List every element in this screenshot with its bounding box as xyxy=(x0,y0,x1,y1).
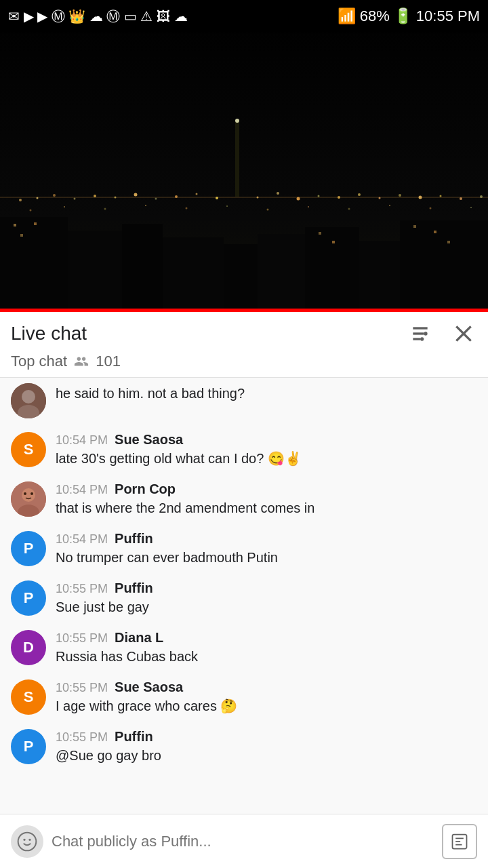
svg-point-22 xyxy=(419,196,422,199)
wifi-icon: 📶 xyxy=(338,7,356,25)
message-time: 10:54 PM xyxy=(56,433,108,448)
message-text: late 30's getting old what can I do? 😋✌ xyxy=(56,449,477,468)
svg-point-68 xyxy=(22,488,35,502)
svg-rect-49 xyxy=(14,224,16,226)
svg-point-27 xyxy=(64,206,65,208)
avatar: P xyxy=(11,580,46,616)
chat-input[interactable] xyxy=(52,833,434,850)
svg-point-34 xyxy=(348,208,350,210)
clock: 10:55 PM xyxy=(416,7,480,25)
svg-point-35 xyxy=(389,205,390,206)
svg-rect-56 xyxy=(447,241,450,243)
partial-message-text: he said to him. not a bad thing? xyxy=(56,383,245,401)
input-area xyxy=(0,814,488,868)
message-content: 10:55 PM Puffin @Sue go gay bro xyxy=(56,729,477,765)
message-author: Diana L xyxy=(115,630,163,646)
svg-point-61 xyxy=(420,337,424,340)
viewers-icon xyxy=(74,354,89,369)
list-item: 10:54 PM Porn Cop that is where the 2nd … xyxy=(0,475,488,524)
list-item: S 10:54 PM Sue Saosa late 30's getting o… xyxy=(0,425,488,475)
svg-rect-45 xyxy=(258,234,305,312)
message-content: 10:55 PM Diana L Russia has Cubas back xyxy=(56,630,477,666)
svg-rect-50 xyxy=(20,234,23,237)
top-chat-label: Top chat xyxy=(11,353,67,370)
message-text: Russia has Cubas back xyxy=(56,647,477,666)
svg-rect-51 xyxy=(34,222,37,225)
svg-rect-44 xyxy=(224,244,258,312)
list-item: P 10:54 PM Puffin No trumper can ever ba… xyxy=(0,524,488,574)
svg-point-26 xyxy=(30,210,32,212)
avatar: S xyxy=(11,432,46,467)
svg-rect-53 xyxy=(332,241,335,243)
avatar: D xyxy=(11,630,46,665)
avatar: P xyxy=(11,729,46,764)
close-button[interactable] xyxy=(450,320,477,347)
svg-point-24 xyxy=(460,197,462,200)
viewer-count: 101 xyxy=(96,353,121,370)
svg-point-30 xyxy=(186,208,188,210)
message-text: Sue just be gay xyxy=(56,597,477,616)
svg-point-6 xyxy=(94,195,96,197)
avatar-face-svg xyxy=(11,481,46,517)
svg-point-60 xyxy=(424,332,427,335)
svg-point-71 xyxy=(30,492,33,495)
svg-rect-38 xyxy=(235,122,239,197)
avatar-img xyxy=(11,383,46,418)
battery-icon: 🔋 xyxy=(394,7,412,25)
status-bar: ✉ ▶ ▶ Ⓜ 👑 ☁ Ⓜ ▭ ⚠ 🖼 ☁ 📶 68% 🔋 10:55 PM xyxy=(0,0,488,33)
emoji-button[interactable] xyxy=(11,825,43,858)
message-text: @Sue go gay bro xyxy=(56,746,477,765)
svg-point-37 xyxy=(470,207,472,208)
svg-point-14 xyxy=(257,197,259,199)
list-item: P 10:55 PM Puffin Sue just be gay xyxy=(0,574,488,623)
svg-point-33 xyxy=(308,206,309,208)
chat-header: Live chat xyxy=(0,312,488,378)
svg-rect-47 xyxy=(359,241,400,312)
list-item: D 10:55 PM Diana L Russia has Cubas back xyxy=(0,623,488,673)
video-frame xyxy=(0,0,488,312)
svg-point-15 xyxy=(277,192,279,195)
avatar xyxy=(11,481,46,517)
message-time: 10:55 PM xyxy=(56,681,108,695)
message-content: 10:54 PM Porn Cop that is where the 2nd … xyxy=(56,481,477,517)
avatar: P xyxy=(11,531,46,566)
svg-point-2 xyxy=(19,199,22,201)
svg-point-10 xyxy=(175,195,178,198)
send-button[interactable] xyxy=(442,824,477,859)
message-time: 10:54 PM xyxy=(56,532,108,547)
svg-rect-43 xyxy=(163,237,224,312)
svg-rect-48 xyxy=(400,220,488,312)
filter-icon xyxy=(409,323,431,344)
svg-rect-1 xyxy=(0,197,488,198)
message-author: Sue Saosa xyxy=(115,679,183,695)
svg-point-20 xyxy=(379,197,381,199)
chat-panel: Live chat xyxy=(0,312,488,868)
message-content: 10:55 PM Puffin Sue just be gay xyxy=(56,580,477,616)
svg-rect-41 xyxy=(68,231,122,312)
svg-point-28 xyxy=(104,208,106,210)
status-notifications: ✉ ▶ ▶ Ⓜ 👑 ☁ Ⓜ ▭ ⚠ 🖼 ☁ xyxy=(8,7,188,26)
list-item: P 10:55 PM Puffin @Sue go gay bro xyxy=(0,722,488,772)
svg-point-18 xyxy=(338,196,340,199)
svg-rect-55 xyxy=(434,231,436,233)
messages-area[interactable]: he said to him. not a bad thing? S 10:54… xyxy=(0,378,488,814)
svg-point-17 xyxy=(318,195,320,197)
message-content: 10:54 PM Sue Saosa late 30's getting old… xyxy=(56,432,477,468)
message-content: 10:55 PM Sue Saosa I age with grace who … xyxy=(56,679,477,715)
svg-point-3 xyxy=(37,197,39,199)
message-time: 10:54 PM xyxy=(56,483,108,497)
chat-title: Live chat xyxy=(11,323,87,344)
svg-point-23 xyxy=(440,195,442,197)
message-text: I age with grace who cares 🤔 xyxy=(56,696,477,715)
svg-point-25 xyxy=(480,195,483,198)
svg-point-32 xyxy=(267,209,269,211)
filter-button[interactable] xyxy=(407,320,434,347)
svg-point-16 xyxy=(297,197,300,201)
message-time: 10:55 PM xyxy=(56,730,108,745)
svg-point-73 xyxy=(23,838,25,840)
message-author: Puffin xyxy=(115,531,153,547)
svg-point-29 xyxy=(145,205,146,206)
video-player[interactable] xyxy=(0,0,488,312)
svg-point-72 xyxy=(18,832,37,850)
svg-rect-54 xyxy=(413,225,416,228)
